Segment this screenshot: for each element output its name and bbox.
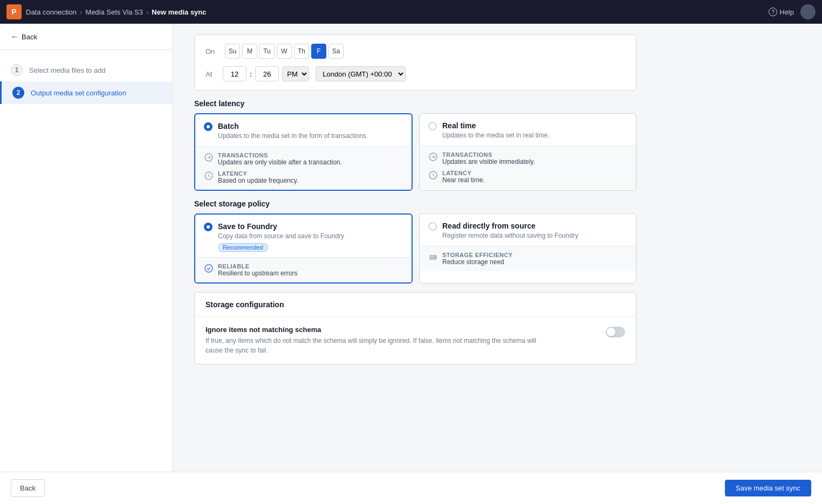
latency-icon <box>204 171 214 181</box>
breadcrumb-sep2: › <box>146 8 148 16</box>
storage-option-read_directly[interactable]: Read directly from sourceRegister remote… <box>419 213 636 284</box>
option-details-realtime: TRANSACTIONSUpdates are visible immediat… <box>420 146 636 189</box>
detail-row-reliable: RELIABLEResilient to upstream errors <box>204 263 403 277</box>
content-area: On SuMTuWThFSa At : AMPM London (GMT) +0… <box>173 24 658 384</box>
option-badge-save_to_foundry: Recommended <box>218 243 268 252</box>
user-avatar[interactable] <box>800 4 816 19</box>
timezone-select[interactable]: London (GMT) +00:00 <box>316 66 406 81</box>
day-buttons: SuMTuWThFSa <box>225 44 344 59</box>
footer-back-button[interactable]: Back <box>11 479 45 497</box>
sidebar-step-2[interactable]: 2 Output media set configuration <box>0 81 172 104</box>
day-btn-su[interactable]: Su <box>225 44 240 59</box>
latency-option-batch[interactable]: BatchUpdates to the media set in the for… <box>194 113 413 191</box>
detail-label-reliable: RELIABLE <box>218 263 297 270</box>
toggle-knob <box>607 328 615 336</box>
option-desc-read_directly: Register remote data without saving to F… <box>442 231 578 240</box>
help-button[interactable]: ? Help <box>769 8 794 16</box>
breadcrumb-sep1: › <box>80 8 82 16</box>
day-btn-w[interactable]: W <box>277 44 292 59</box>
step-num-2: 2 <box>12 87 24 99</box>
option-title-realtime: Real time <box>442 121 550 130</box>
schedule-card: On SuMTuWThFSa At : AMPM London (GMT) +0… <box>194 34 636 91</box>
sidebar: ← Back 1 Select media files to add 2 Out… <box>0 24 173 472</box>
back-arrow-icon: ← <box>11 32 18 41</box>
ignore-schema-text: Ignore items not matching schema If true… <box>206 326 600 355</box>
time-min-input[interactable] <box>255 66 279 81</box>
sidebar-steps: 1 Select media files to add 2 Output med… <box>0 50 172 113</box>
step-label-1: Select media files to add <box>29 66 106 74</box>
step-label-2: Output media set configuration <box>31 89 126 97</box>
option-details-save_to_foundry: RELIABLEResilient to upstream errors <box>195 257 412 282</box>
time-input-group: : AMPM <box>223 66 309 81</box>
radio-read_directly <box>428 222 437 231</box>
option-title-save_to_foundry: Save to Foundry <box>218 222 344 231</box>
day-btn-f[interactable]: F <box>311 44 326 59</box>
topnav: P Data connection › Media Sets Via S3 › … <box>0 0 822 24</box>
option-header-batch: BatchUpdates to the media set in the for… <box>195 114 412 146</box>
svg-point-7 <box>435 256 436 257</box>
latency-icon <box>428 170 438 180</box>
main-content: On SuMTuWThFSa At : AMPM London (GMT) +0… <box>173 24 822 472</box>
storage-icon <box>428 252 438 262</box>
option-header-read_directly: Read directly from sourceRegister remote… <box>420 214 636 246</box>
day-btn-m[interactable]: M <box>242 44 257 59</box>
ignore-schema-desc: If true, any items which do not match th… <box>206 336 541 355</box>
back-button-sidebar[interactable]: ← Back <box>0 24 172 50</box>
ignore-schema-label: Ignore items not matching schema <box>206 326 600 334</box>
main-layout: ← Back 1 Select media files to add 2 Out… <box>0 24 822 472</box>
svg-point-8 <box>435 258 436 259</box>
option-title-batch: Batch <box>218 122 368 130</box>
latency-options-row: BatchUpdates to the media set in the for… <box>194 113 636 191</box>
radio-save_to_foundry <box>204 223 213 231</box>
detail-value-latency: Near real time. <box>442 176 485 184</box>
option-desc-realtime: Updates to the media set in real time. <box>442 131 550 140</box>
option-details-read_directly: STORAGE EFFICIENCYReduce storage need <box>420 246 636 271</box>
at-label: At <box>206 70 216 78</box>
svg-point-4 <box>205 265 213 272</box>
latency-option-realtime[interactable]: Real timeUpdates to the media set in rea… <box>419 113 636 191</box>
detail-value-reliable: Resilient to upstream errors <box>218 270 297 277</box>
time-hour-input[interactable] <box>223 66 246 81</box>
detail-value-transactions: Updates are only visible after a transac… <box>218 158 342 166</box>
topnav-right: ? Help <box>769 4 816 19</box>
footer-save-button[interactable]: Save media set sync <box>725 480 811 496</box>
day-btn-th[interactable]: Th <box>294 44 309 59</box>
detail-label-latency: LATENCY <box>218 170 298 177</box>
reliable-icon <box>204 264 214 273</box>
app-logo: P <box>6 4 22 19</box>
day-btn-tu[interactable]: Tu <box>259 44 275 59</box>
radio-batch <box>204 122 213 131</box>
detail-label-transactions: TRANSACTIONS <box>442 151 535 158</box>
detail-label-storage-efficiency: STORAGE EFFICIENCY <box>442 252 513 258</box>
sidebar-step-1[interactable]: 1 Select media files to add <box>0 59 172 81</box>
page-footer: Back Save media set sync <box>0 472 822 504</box>
on-label: On <box>206 47 216 56</box>
latency-section-label: Select latency <box>194 99 636 108</box>
detail-row-transactions: TRANSACTIONSUpdates are only visible aft… <box>204 152 403 166</box>
detail-label-transactions: TRANSACTIONS <box>218 152 342 158</box>
breadcrumb-item1[interactable]: Data connection <box>26 8 77 16</box>
help-icon: ? <box>769 8 777 16</box>
option-details-batch: TRANSACTIONSUpdates are only visible aft… <box>195 146 412 190</box>
storage-policy-options-row: Save to FoundryCopy data from source and… <box>194 213 636 284</box>
step-num-1: 1 <box>11 64 23 76</box>
ignore-schema-row: Ignore items not matching schema If true… <box>206 326 625 355</box>
detail-row-latency: LATENCYBased on update frequency. <box>204 170 403 184</box>
ignore-schema-toggle[interactable] <box>606 327 625 337</box>
ampm-select[interactable]: AMPM <box>282 66 309 81</box>
option-header-realtime: Real timeUpdates to the media set in rea… <box>420 114 636 146</box>
option-desc-save_to_foundry: Copy data from source and save to Foundr… <box>218 232 344 241</box>
storage-option-save_to_foundry[interactable]: Save to FoundryCopy data from source and… <box>194 213 413 284</box>
day-btn-sa[interactable]: Sa <box>328 44 344 59</box>
breadcrumb-item2[interactable]: Media Sets Via S3 <box>85 8 143 16</box>
detail-row-transactions: TRANSACTIONSUpdates are visible immediat… <box>428 151 627 165</box>
option-header-save_to_foundry: Save to FoundryCopy data from source and… <box>195 215 412 257</box>
option-desc-batch: Updates to the media set in the form of … <box>218 132 368 141</box>
breadcrumb: Data connection › Media Sets Via S3 › Ne… <box>26 8 764 16</box>
latency-section: Select latency BatchUpdates to the media… <box>194 99 636 191</box>
radio-realtime <box>428 122 437 130</box>
detail-label-latency: LATENCY <box>442 170 485 176</box>
storage-config-body: Ignore items not matching schema If true… <box>195 317 636 364</box>
time-separator: : <box>250 70 252 78</box>
detail-value-latency: Based on update frequency. <box>218 177 298 184</box>
